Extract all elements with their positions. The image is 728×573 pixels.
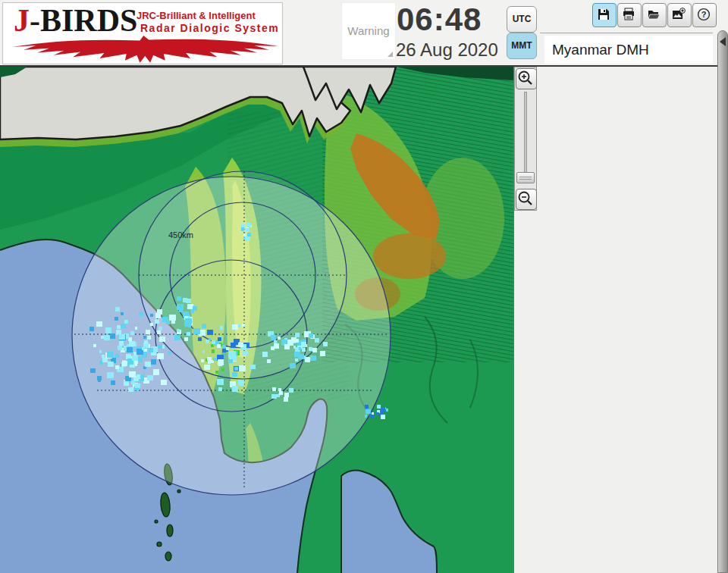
magnifier-minus-icon	[516, 189, 535, 208]
zoom-in-button[interactable]	[516, 68, 537, 89]
open-folder-button[interactable]	[642, 3, 667, 27]
radar-map-image[interactable]: 450km	[0, 67, 513, 573]
jbirds-app: J-BIRDS JRC-Brilliant & Intelligent Rada…	[0, 0, 728, 573]
jbirds-logo: J-BIRDS JRC-Brilliant & Intelligent Rada…	[2, 2, 283, 64]
brand-tagline-2: Radar Dialogic System	[140, 22, 279, 34]
timezone-mmt-button[interactable]: MMT	[507, 33, 537, 59]
collapse-panel-icon[interactable]	[720, 37, 726, 46]
help-button[interactable]: ?	[692, 3, 717, 27]
radar-map-viewport[interactable]: 450km	[0, 67, 513, 573]
save-button[interactable]	[592, 3, 617, 27]
brand-tagline-1: JRC-Brilliant & Intelligent	[136, 10, 256, 21]
range-ring-label: 450km	[168, 230, 193, 240]
timezone-utc-button[interactable]: UTC	[507, 6, 537, 33]
eagle-logo-icon	[3, 33, 282, 64]
control-panel	[513, 67, 717, 573]
print-button[interactable]	[617, 3, 642, 27]
snapshot-button[interactable]	[667, 3, 692, 27]
clock-date: 26 Aug 2020	[396, 39, 498, 61]
panel-splitter[interactable]	[717, 30, 728, 573]
site-name-field[interactable]: Myanmar DMH	[544, 36, 713, 64]
svg-text:?: ?	[701, 10, 707, 19]
header-bar: J-BIRDS JRC-Brilliant & Intelligent Rada…	[0, 0, 728, 67]
header-separator	[540, 33, 713, 33]
zoom-slider-track[interactable]	[524, 92, 527, 183]
clock-time: 06:48	[397, 2, 482, 38]
zoom-slider-thumb[interactable]	[516, 172, 535, 183]
magnifier-plus-icon	[516, 69, 535, 87]
zoom-out-button[interactable]	[516, 189, 537, 210]
map-zoom-control	[514, 67, 537, 211]
warning-button[interactable]: Warning	[341, 2, 396, 60]
